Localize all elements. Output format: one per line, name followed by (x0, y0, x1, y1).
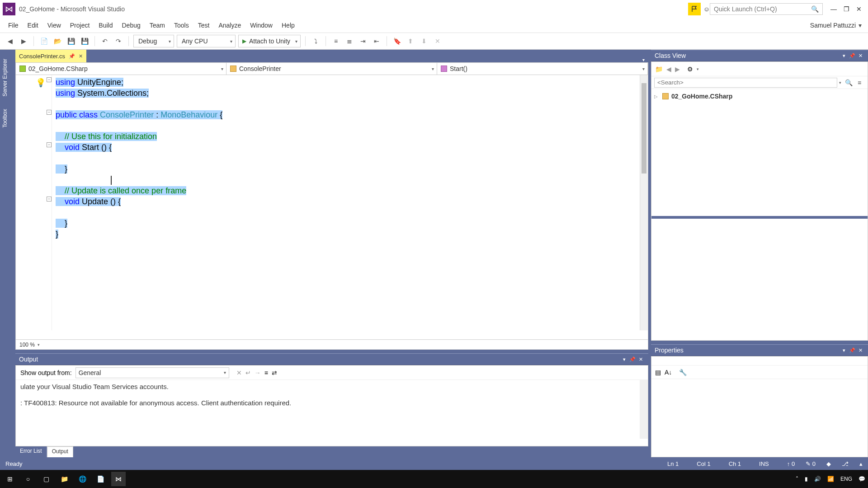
fold-toggle[interactable]: − (47, 142, 52, 147)
nav-project-combo[interactable]: 02_GoHome.CSharp (16, 63, 226, 75)
close-icon[interactable]: ✕ (637, 357, 645, 362)
pending-changes-icon[interactable]: ✎ 0 (806, 460, 816, 467)
network-icon[interactable]: 📶 (827, 476, 834, 482)
menu-file[interactable]: File (4, 22, 23, 29)
publish-up-icon[interactable]: ↑ 0 (787, 460, 795, 467)
close-tab-icon[interactable]: ✕ (79, 53, 83, 59)
output-text[interactable]: ulate your Visual Studio Team Services a… (16, 380, 648, 446)
user-menu-chevron-icon[interactable]: ▾ (859, 22, 864, 29)
undo-button[interactable]: ↶ (99, 36, 110, 47)
fold-toggle[interactable]: − (47, 77, 52, 82)
prev-bookmark-button[interactable]: ⬆ (405, 36, 416, 47)
chevron-down-icon[interactable]: ▾ (38, 343, 40, 347)
new-folder-button[interactable]: 📁 (655, 66, 663, 73)
class-view-header[interactable]: Class View ▾ 📌 ✕ (651, 50, 868, 61)
class-view-search-input[interactable] (654, 78, 837, 88)
nav-class-combo[interactable]: ConsolePrinter (226, 63, 437, 75)
menu-tools[interactable]: Tools (170, 22, 193, 29)
panel-options-icon[interactable]: ▾ (620, 357, 628, 362)
goto-button[interactable]: → (255, 369, 261, 376)
menu-view[interactable]: View (43, 22, 66, 29)
expand-icon[interactable]: ▷ (654, 94, 660, 99)
zoom-combo[interactable]: 100 % (19, 342, 35, 348)
output-tab[interactable]: Output (47, 446, 73, 457)
menu-analyze[interactable]: Analyze (214, 22, 245, 29)
notepad-icon[interactable]: 📄 (93, 472, 108, 486)
code-area[interactable]: using UnityEngine; using System.Collecti… (52, 75, 640, 330)
menu-project[interactable]: Project (66, 22, 94, 29)
task-view-button[interactable]: ▢ (39, 472, 53, 486)
start-debug-button[interactable]: ▶Attach to Unity (238, 35, 301, 47)
search-icon[interactable]: 🔍 (843, 79, 854, 86)
bookmark-button[interactable]: 🔖 (392, 36, 402, 47)
clear-output-button[interactable]: ✕ (236, 369, 242, 376)
start-button[interactable]: ⊞ (3, 472, 17, 486)
output-scrollbar[interactable] (640, 380, 648, 439)
redo-button[interactable]: ↷ (113, 36, 124, 47)
language-indicator[interactable]: ENG (840, 476, 852, 482)
property-pages-button[interactable]: 🔧 (679, 369, 687, 376)
outdent-button[interactable]: ⇤ (371, 36, 382, 47)
close-icon[interactable]: ✕ (856, 347, 864, 353)
pin-icon[interactable]: 📌 (848, 347, 856, 353)
next-bookmark-button[interactable]: ⬇ (419, 36, 429, 47)
alphabetical-button[interactable]: A↓ (665, 369, 672, 376)
repository-icon[interactable]: ◆ (826, 460, 831, 467)
code-editor[interactable]: 💡 − − − − using UnityEngine; using Syste… (15, 75, 648, 340)
battery-icon[interactable]: ▮ (805, 476, 808, 482)
chevron-down-icon[interactable]: ▾ (837, 80, 843, 85)
toggle-button[interactable]: ⇄ (272, 369, 277, 376)
categorized-button[interactable]: ▤ (655, 369, 661, 376)
tab-overflow-button[interactable]: ▾ (639, 57, 648, 62)
output-header[interactable]: Output ▾ 📌 ✕ (15, 353, 648, 365)
chevron-down-icon[interactable]: ▾ (697, 67, 699, 71)
panel-options-icon[interactable]: ▾ (840, 347, 848, 353)
visual-studio-icon[interactable]: ⋈ (111, 472, 126, 486)
source-control-icon[interactable]: ⎇ (842, 460, 849, 467)
nav-forward-button[interactable]: ▶ (18, 36, 29, 47)
toggle-wrap-button[interactable]: ↵ (245, 369, 251, 376)
save-all-button[interactable]: 💾 (79, 36, 90, 47)
clear-all-button[interactable]: ≡ (264, 369, 268, 376)
configuration-combo[interactable]: Debug (133, 35, 174, 47)
toolbox-tab[interactable]: Toolbox (0, 104, 13, 132)
save-button[interactable]: 💾 (66, 36, 76, 47)
pin-icon[interactable]: 📌 (628, 357, 637, 362)
back-button[interactable]: ◀ (666, 66, 671, 73)
quick-launch-input[interactable]: Quick Launch (Ctrl+Q) 🔍 (710, 3, 823, 15)
menu-build[interactable]: Build (94, 22, 117, 29)
platform-combo[interactable]: Any CPU (177, 35, 236, 47)
properties-header[interactable]: Properties ▾ 📌 ✕ (651, 344, 868, 356)
cortana-button[interactable]: ○ (21, 472, 35, 486)
clear-search-icon[interactable]: ≡ (854, 79, 865, 86)
pin-icon[interactable]: 📌 (69, 53, 75, 59)
forward-button[interactable]: ▶ (675, 66, 680, 73)
menu-edit[interactable]: Edit (23, 22, 43, 29)
chevron-up-icon[interactable]: ▴ (859, 460, 863, 467)
menu-window[interactable]: Window (245, 22, 277, 29)
close-icon[interactable]: ✕ (856, 53, 864, 59)
action-center-icon[interactable]: 💬 (859, 476, 865, 482)
server-explorer-tab[interactable]: Server Explorer (0, 54, 13, 101)
uncomment-button[interactable]: ≣ (344, 36, 355, 47)
fold-toggle[interactable]: − (47, 197, 52, 202)
close-button[interactable]: ✕ (853, 5, 865, 13)
menu-debug[interactable]: Debug (118, 22, 145, 29)
lightbulb-icon[interactable]: 💡 (36, 78, 44, 86)
file-explorer-icon[interactable]: 📁 (57, 472, 71, 486)
fold-toggle[interactable]: − (47, 110, 52, 115)
comment-button[interactable]: ≡ (330, 36, 341, 47)
user-name[interactable]: Samuel Pattuzzi (810, 22, 859, 29)
scrollbar-thumb[interactable] (642, 83, 646, 174)
nav-back-button[interactable]: ◀ (5, 36, 15, 47)
editor-vertical-scrollbar[interactable] (640, 75, 648, 330)
error-list-tab[interactable]: Error List (15, 446, 47, 457)
clear-bookmarks-button[interactable]: ✕ (432, 36, 443, 47)
properties-object-combo[interactable] (651, 357, 868, 366)
tree-node[interactable]: ▷ 02_GoHome.CSharp (654, 92, 865, 101)
new-project-button[interactable]: 📄 (38, 36, 49, 47)
volume-icon[interactable]: 🔊 (814, 476, 821, 482)
notifications-button[interactable] (688, 3, 701, 15)
properties-grid[interactable] (651, 379, 868, 457)
step-button[interactable]: ⤵ (310, 36, 321, 47)
